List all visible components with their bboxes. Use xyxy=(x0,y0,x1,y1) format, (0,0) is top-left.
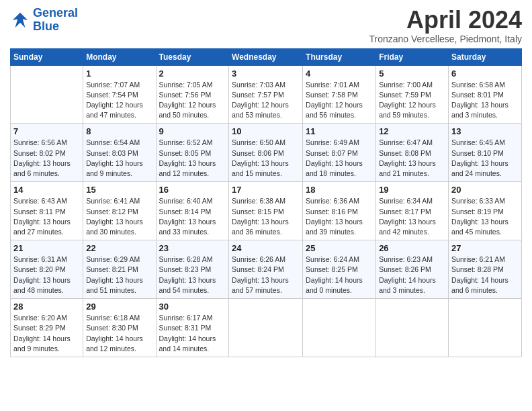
title-block: April 2024 Tronzano Vercellese, Piedmont… xyxy=(369,7,523,44)
day-info: Sunrise: 6:49 AM Sunset: 8:07 PM Dayligh… xyxy=(306,138,373,179)
calendar-cell: 13Sunrise: 6:45 AM Sunset: 8:10 PM Dayli… xyxy=(449,124,522,182)
day-number: 18 xyxy=(306,185,373,195)
weekday-header: Tuesday xyxy=(156,48,229,65)
day-info: Sunrise: 7:03 AM Sunset: 7:57 PM Dayligh… xyxy=(232,80,300,121)
day-number: 13 xyxy=(451,126,519,136)
day-info: Sunrise: 6:23 AM Sunset: 8:26 PM Dayligh… xyxy=(379,255,445,295)
day-number: 11 xyxy=(306,126,373,136)
weekday-header: Monday xyxy=(83,48,156,65)
weekday-header: Saturday xyxy=(449,48,522,65)
calendar-cell: 30Sunrise: 6:17 AM Sunset: 8:31 PM Dayli… xyxy=(156,299,229,357)
day-info: Sunrise: 6:29 AM Sunset: 8:21 PM Dayligh… xyxy=(86,255,152,295)
day-number: 19 xyxy=(379,185,445,195)
calendar-cell xyxy=(11,65,83,124)
day-number: 9 xyxy=(159,126,226,136)
day-number: 2 xyxy=(159,68,226,79)
logo-icon xyxy=(10,10,30,30)
day-number: 6 xyxy=(451,68,519,79)
calendar-cell: 21Sunrise: 6:31 AM Sunset: 8:20 PM Dayli… xyxy=(11,240,83,299)
day-info: Sunrise: 7:05 AM Sunset: 7:56 PM Dayligh… xyxy=(159,80,226,121)
calendar-cell: 5Sunrise: 7:00 AM Sunset: 7:59 PM Daylig… xyxy=(376,65,449,124)
day-number: 25 xyxy=(306,243,373,253)
day-number: 24 xyxy=(232,243,300,253)
day-info: Sunrise: 7:01 AM Sunset: 7:58 PM Dayligh… xyxy=(306,80,373,121)
calendar-table: SundayMondayTuesdayWednesdayThursdayFrid… xyxy=(10,48,522,357)
day-number: 22 xyxy=(86,243,152,253)
day-number: 21 xyxy=(13,243,80,253)
calendar-cell xyxy=(229,299,303,357)
day-number: 30 xyxy=(159,302,226,312)
day-info: Sunrise: 6:17 AM Sunset: 8:31 PM Dayligh… xyxy=(159,313,226,354)
calendar-cell: 17Sunrise: 6:38 AM Sunset: 8:15 PM Dayli… xyxy=(229,182,303,240)
calendar-cell: 28Sunrise: 6:20 AM Sunset: 8:29 PM Dayli… xyxy=(11,299,83,357)
calendar-cell: 4Sunrise: 7:01 AM Sunset: 7:58 PM Daylig… xyxy=(303,65,376,124)
calendar-cell xyxy=(376,299,449,357)
day-info: Sunrise: 6:21 AM Sunset: 8:28 PM Dayligh… xyxy=(451,255,519,295)
day-info: Sunrise: 6:36 AM Sunset: 8:16 PM Dayligh… xyxy=(306,196,373,237)
day-number: 10 xyxy=(232,126,300,136)
weekday-header: Thursday xyxy=(303,48,376,65)
calendar-cell: 10Sunrise: 6:50 AM Sunset: 8:06 PM Dayli… xyxy=(229,124,303,182)
calendar-header: SundayMondayTuesdayWednesdayThursdayFrid… xyxy=(11,48,522,65)
day-info: Sunrise: 6:58 AM Sunset: 8:01 PM Dayligh… xyxy=(451,80,519,121)
day-info: Sunrise: 6:47 AM Sunset: 8:08 PM Dayligh… xyxy=(379,138,445,179)
calendar-week-row: 14Sunrise: 6:43 AM Sunset: 8:11 PM Dayli… xyxy=(11,182,522,240)
calendar-cell xyxy=(303,299,376,357)
day-info: Sunrise: 6:41 AM Sunset: 8:12 PM Dayligh… xyxy=(86,196,152,237)
day-number: 14 xyxy=(13,185,80,195)
day-info: Sunrise: 6:40 AM Sunset: 8:14 PM Dayligh… xyxy=(159,196,226,237)
day-info: Sunrise: 6:34 AM Sunset: 8:17 PM Dayligh… xyxy=(379,196,445,237)
day-number: 29 xyxy=(86,302,152,312)
calendar-cell: 20Sunrise: 6:33 AM Sunset: 8:19 PM Dayli… xyxy=(449,182,522,240)
day-info: Sunrise: 6:26 AM Sunset: 8:24 PM Dayligh… xyxy=(232,255,300,295)
calendar-cell: 24Sunrise: 6:26 AM Sunset: 8:24 PM Dayli… xyxy=(229,240,303,299)
day-number: 8 xyxy=(86,126,152,136)
day-number: 23 xyxy=(159,243,226,253)
calendar-cell: 22Sunrise: 6:29 AM Sunset: 8:21 PM Dayli… xyxy=(83,240,156,299)
day-info: Sunrise: 7:00 AM Sunset: 7:59 PM Dayligh… xyxy=(379,80,445,121)
calendar-cell: 9Sunrise: 6:52 AM Sunset: 8:05 PM Daylig… xyxy=(156,124,229,182)
day-number: 12 xyxy=(379,126,445,136)
calendar-cell: 12Sunrise: 6:47 AM Sunset: 8:08 PM Dayli… xyxy=(376,124,449,182)
logo-text: General Blue xyxy=(33,7,78,34)
day-info: Sunrise: 6:52 AM Sunset: 8:05 PM Dayligh… xyxy=(159,138,226,179)
day-number: 28 xyxy=(13,302,80,312)
calendar-cell: 7Sunrise: 6:56 AM Sunset: 8:02 PM Daylig… xyxy=(11,124,83,182)
calendar-cell: 14Sunrise: 6:43 AM Sunset: 8:11 PM Dayli… xyxy=(11,182,83,240)
calendar-cell: 18Sunrise: 6:36 AM Sunset: 8:16 PM Dayli… xyxy=(303,182,376,240)
day-info: Sunrise: 6:43 AM Sunset: 8:11 PM Dayligh… xyxy=(13,196,80,237)
calendar-cell: 25Sunrise: 6:24 AM Sunset: 8:25 PM Dayli… xyxy=(303,240,376,299)
calendar-week-row: 21Sunrise: 6:31 AM Sunset: 8:20 PM Dayli… xyxy=(11,240,522,299)
calendar-week-row: 1Sunrise: 7:07 AM Sunset: 7:54 PM Daylig… xyxy=(11,65,522,124)
weekday-header: Sunday xyxy=(11,48,83,65)
day-number: 16 xyxy=(159,185,226,195)
weekday-header: Wednesday xyxy=(229,48,303,65)
day-info: Sunrise: 6:56 AM Sunset: 8:02 PM Dayligh… xyxy=(13,138,80,179)
day-info: Sunrise: 6:33 AM Sunset: 8:19 PM Dayligh… xyxy=(451,196,519,237)
calendar-week-row: 28Sunrise: 6:20 AM Sunset: 8:29 PM Dayli… xyxy=(11,299,522,357)
month-title: April 2024 xyxy=(369,7,523,34)
day-info: Sunrise: 6:50 AM Sunset: 8:06 PM Dayligh… xyxy=(232,138,300,179)
logo: General Blue xyxy=(10,7,78,34)
calendar-cell: 26Sunrise: 6:23 AM Sunset: 8:26 PM Dayli… xyxy=(376,240,449,299)
day-number: 27 xyxy=(451,243,519,253)
calendar-body: 1Sunrise: 7:07 AM Sunset: 7:54 PM Daylig… xyxy=(11,65,522,357)
day-info: Sunrise: 6:28 AM Sunset: 8:23 PM Dayligh… xyxy=(159,255,226,295)
calendar-cell: 3Sunrise: 7:03 AM Sunset: 7:57 PM Daylig… xyxy=(229,65,303,124)
calendar-cell: 19Sunrise: 6:34 AM Sunset: 8:17 PM Dayli… xyxy=(376,182,449,240)
calendar-cell: 6Sunrise: 6:58 AM Sunset: 8:01 PM Daylig… xyxy=(449,65,522,124)
day-number: 5 xyxy=(379,68,445,79)
day-number: 26 xyxy=(379,243,445,253)
day-info: Sunrise: 6:54 AM Sunset: 8:03 PM Dayligh… xyxy=(86,138,152,179)
calendar-cell: 23Sunrise: 6:28 AM Sunset: 8:23 PM Dayli… xyxy=(156,240,229,299)
page-header: General Blue April 2024 Tronzano Vercell… xyxy=(10,7,522,44)
calendar-cell: 16Sunrise: 6:40 AM Sunset: 8:14 PM Dayli… xyxy=(156,182,229,240)
day-number: 7 xyxy=(13,126,80,136)
day-number: 17 xyxy=(232,185,300,195)
day-number: 1 xyxy=(86,68,152,79)
day-info: Sunrise: 6:31 AM Sunset: 8:20 PM Dayligh… xyxy=(13,255,80,295)
calendar-cell: 15Sunrise: 6:41 AM Sunset: 8:12 PM Dayli… xyxy=(83,182,156,240)
weekday-header: Friday xyxy=(376,48,449,65)
svg-marker-0 xyxy=(13,13,28,28)
calendar-cell: 2Sunrise: 7:05 AM Sunset: 7:56 PM Daylig… xyxy=(156,65,229,124)
